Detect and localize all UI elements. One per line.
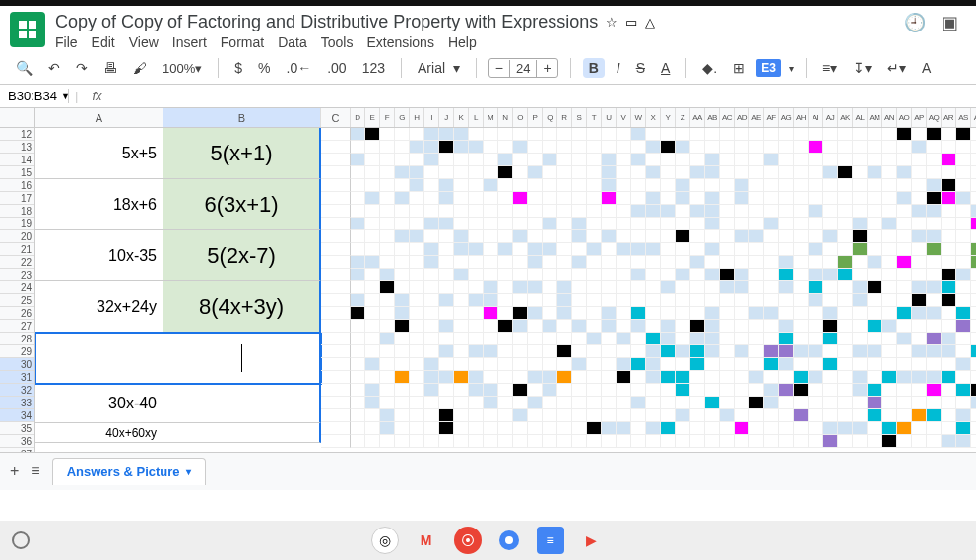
- pixel-cell[interactable]: [823, 166, 838, 179]
- pixel-cell[interactable]: [646, 179, 661, 192]
- pixel-cell[interactable]: [469, 422, 484, 435]
- pixel-cell[interactable]: [779, 281, 794, 294]
- pixel-cell[interactable]: [395, 205, 410, 218]
- pixel-cell[interactable]: [690, 358, 705, 371]
- pixel-cell[interactable]: [439, 371, 454, 384]
- pixel-cell[interactable]: [454, 154, 469, 166]
- pixel-cell[interactable]: [853, 281, 868, 294]
- pixel-cell[interactable]: [705, 128, 720, 141]
- pixel-cell[interactable]: [646, 384, 661, 397]
- pixel-cell[interactable]: [617, 358, 631, 371]
- pixel-cell[interactable]: [513, 218, 528, 230]
- col-header[interactable]: G: [395, 108, 410, 127]
- col-header[interactable]: AP: [912, 108, 927, 127]
- pixel-cell[interactable]: [853, 307, 868, 320]
- pixel-cell[interactable]: [853, 269, 868, 281]
- pixel-cell[interactable]: [749, 243, 764, 256]
- pixel-cell[interactable]: [690, 397, 705, 409]
- pixel-cell[interactable]: [690, 141, 705, 154]
- pixel-cell[interactable]: [631, 166, 646, 179]
- pixel-cell[interactable]: [956, 218, 971, 230]
- pixel-cell[interactable]: [365, 141, 380, 154]
- pixel-cell[interactable]: [513, 333, 528, 345]
- pixel-cell[interactable]: [868, 205, 882, 218]
- pixel-cell[interactable]: [779, 128, 794, 141]
- pixel-cell[interactable]: [543, 345, 557, 358]
- pixel-cell[interactable]: [720, 205, 735, 218]
- pixel-cell[interactable]: [513, 154, 528, 166]
- pixel-cell[interactable]: [528, 358, 543, 371]
- pixel-cell[interactable]: [410, 179, 424, 192]
- row-header[interactable]: 23: [0, 269, 34, 281]
- pixel-cell[interactable]: [661, 320, 676, 333]
- pixel-cell[interactable]: [543, 371, 557, 384]
- pixel-cell[interactable]: [543, 166, 557, 179]
- col-header[interactable]: L: [469, 108, 484, 127]
- number-format-button[interactable]: 123: [358, 58, 389, 78]
- pixel-cell[interactable]: [424, 397, 439, 409]
- chrome-os-app-icon[interactable]: ◎: [371, 527, 399, 554]
- pixel-cell[interactable]: [631, 397, 646, 409]
- cell-A-3[interactable]: 32x+24y: [35, 281, 163, 333]
- pixel-cell[interactable]: [365, 128, 380, 141]
- pixel-cell[interactable]: [764, 294, 779, 307]
- col-header[interactable]: AK: [838, 108, 853, 127]
- pixel-cell[interactable]: [351, 218, 365, 230]
- pixel-cell[interactable]: [395, 179, 410, 192]
- pixel-cell[interactable]: [661, 435, 676, 448]
- pixel-cell[interactable]: [735, 154, 749, 166]
- pixel-cell[interactable]: [690, 128, 705, 141]
- pixel-cell[interactable]: [853, 256, 868, 269]
- pixel-cell[interactable]: [528, 307, 543, 320]
- pixel-cell[interactable]: [395, 358, 410, 371]
- pixel-cell[interactable]: [617, 345, 631, 358]
- pixel-cell[interactable]: [424, 218, 439, 230]
- pixel-cell[interactable]: [572, 333, 587, 345]
- pixel-cell[interactable]: [439, 422, 454, 435]
- pixel-cell[interactable]: [705, 230, 720, 243]
- pixel-cell[interactable]: [749, 320, 764, 333]
- pixel-cell[interactable]: [410, 256, 424, 269]
- pixel-cell[interactable]: [646, 294, 661, 307]
- pixel-cell[interactable]: [764, 205, 779, 218]
- row-header[interactable]: 17: [0, 192, 34, 205]
- menu-view[interactable]: View: [129, 34, 159, 50]
- pixel-cell[interactable]: [498, 154, 513, 166]
- pixel-cell[interactable]: [676, 422, 690, 435]
- pixel-cell[interactable]: [749, 269, 764, 281]
- pixel-cell[interactable]: [602, 345, 617, 358]
- pixel-cell[interactable]: [809, 230, 823, 243]
- pixel-cell[interactable]: [454, 294, 469, 307]
- pixel-cell[interactable]: [424, 358, 439, 371]
- pixel-cell[interactable]: [794, 409, 809, 422]
- pixel-cell[interactable]: [942, 243, 956, 256]
- pixel-cell[interactable]: [513, 371, 528, 384]
- pixel-cell[interactable]: [868, 333, 882, 345]
- pixel-cell[interactable]: [498, 397, 513, 409]
- pixel-cell[interactable]: [469, 320, 484, 333]
- row-header[interactable]: 31: [0, 371, 34, 384]
- pixel-cell[interactable]: [868, 128, 882, 141]
- pixel-cell[interactable]: [557, 256, 572, 269]
- pixel-cell[interactable]: [410, 154, 424, 166]
- pixel-cell[interactable]: [956, 371, 971, 384]
- pixel-cell[interactable]: [720, 358, 735, 371]
- pixel-cell[interactable]: [956, 358, 971, 371]
- pixel-cell[interactable]: [749, 294, 764, 307]
- col-header[interactable]: R: [557, 108, 572, 127]
- pixel-cell[interactable]: [838, 371, 853, 384]
- pixel-cell[interactable]: [971, 358, 976, 371]
- pixel-cell[interactable]: [351, 409, 365, 422]
- pixel-cell[interactable]: [587, 269, 602, 281]
- pixel-cell[interactable]: [469, 409, 484, 422]
- font-dropdown[interactable]: Arial ▾: [414, 58, 464, 78]
- pixel-cell[interactable]: [927, 397, 942, 409]
- col-header[interactable]: AS: [956, 108, 971, 127]
- pixel-cell[interactable]: [543, 397, 557, 409]
- pixel-cell[interactable]: [853, 192, 868, 205]
- borders-icon[interactable]: ⊞: [729, 58, 748, 78]
- pixel-cell[interactable]: [735, 166, 749, 179]
- pixel-cell[interactable]: [794, 141, 809, 154]
- paint-format-icon[interactable]: 🖌: [129, 58, 151, 78]
- pixel-cell[interactable]: [779, 205, 794, 218]
